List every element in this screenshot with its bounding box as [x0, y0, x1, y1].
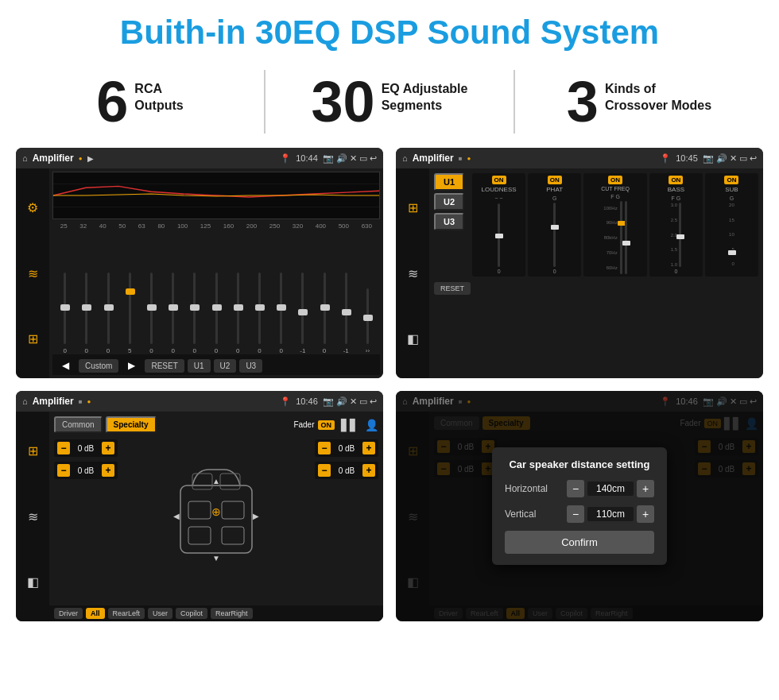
- dialog-title: Car speaker distance setting: [505, 458, 654, 470]
- eq-slider-5: 0: [141, 273, 162, 354]
- cutfreq-on: ON: [608, 176, 622, 184]
- speaker-app-name: Amplifier: [33, 396, 74, 407]
- dialog-vertical-value: 110cm: [587, 507, 634, 521]
- eq-reset-btn[interactable]: RESET: [145, 359, 184, 373]
- loudness-label: LOUDNESS: [482, 186, 517, 193]
- confirm-button[interactable]: Confirm: [505, 531, 654, 554]
- svg-rect-7: [188, 501, 211, 519]
- speaker-dot1: ■: [79, 398, 83, 405]
- eq-graph: [52, 172, 380, 219]
- speaker-sidebar: ⊞ ≋ ◧: [16, 412, 49, 621]
- db-minus-fr[interactable]: −: [318, 442, 331, 454]
- stat-divider-2: [514, 70, 515, 133]
- dialog-horizontal-row: Horizontal − 140cm +: [505, 480, 654, 497]
- stat-rca-label: RCA Outputs: [134, 73, 183, 114]
- stat-divider-1: [264, 70, 265, 133]
- sp-all-btn[interactable]: All: [86, 608, 105, 619]
- db-plus-fr[interactable]: +: [362, 442, 375, 454]
- dialog-horizontal-minus[interactable]: −: [567, 480, 584, 497]
- eq-next-btn[interactable]: ▶: [122, 358, 141, 373]
- eq-screen: ⌂ Amplifier ● ▶ 📍 10:44 📷 🔊 ✕ ▭ ↩ ⚙ ≋ ⊞: [16, 148, 383, 378]
- dialog-vertical-minus[interactable]: −: [567, 505, 584, 523]
- cross-tab-u1[interactable]: U1: [434, 173, 464, 191]
- db-plus-fl[interactable]: +: [102, 442, 114, 454]
- db-minus-rl[interactable]: −: [57, 464, 70, 477]
- svg-text:▶: ▶: [253, 512, 259, 520]
- eq-prev-btn[interactable]: ◀: [56, 358, 76, 373]
- sp-copilot-btn[interactable]: Copilot: [176, 608, 207, 619]
- eq-slider-2: 0: [76, 273, 97, 354]
- eq-slider-10: 0: [249, 273, 270, 354]
- sp-driver-btn[interactable]: Driver: [54, 608, 83, 619]
- db-plus-rr[interactable]: +: [362, 464, 375, 477]
- eq-freq-labels: 253240506380100125160200250320400500630: [52, 222, 380, 230]
- dialog-vertical-plus[interactable]: +: [637, 505, 654, 523]
- cross-dot2: ●: [467, 155, 471, 162]
- sp-icon-1[interactable]: ⊞: [28, 443, 38, 458]
- sp-user-btn[interactable]: User: [148, 608, 172, 619]
- db-minus-rr[interactable]: −: [318, 464, 331, 477]
- db-control-rl: − 0 dB +: [54, 462, 118, 479]
- cross-sidebar: ⊞ ≋ ◧: [396, 168, 429, 378]
- speaker-icons: 📷 🔊 ✕ ▭ ↩: [323, 396, 377, 407]
- eq-u1-btn[interactable]: U1: [188, 359, 211, 373]
- sp-icon-3[interactable]: ◧: [27, 574, 39, 590]
- eq-slider-12: -1: [292, 273, 313, 354]
- cross-tab-u2[interactable]: U2: [434, 193, 464, 211]
- eq-slider-7: 0: [184, 273, 205, 354]
- stats-row: 6 RCA Outputs 30 EQ Adjustable Segments …: [0, 62, 779, 148]
- dialog-horizontal-control: − 140cm +: [567, 480, 654, 497]
- svg-rect-8: [222, 501, 244, 519]
- sp-rearleft-btn[interactable]: RearLeft: [108, 608, 145, 619]
- sp-rearright-btn[interactable]: RearRight: [211, 608, 253, 619]
- stat-crossover-number: 3: [567, 73, 599, 130]
- speaker-home-icon[interactable]: ⌂: [22, 396, 28, 406]
- speaker-pin: 📍: [280, 396, 291, 407]
- eq-u2-btn[interactable]: U2: [214, 359, 237, 373]
- dialog-horizontal-plus[interactable]: +: [637, 480, 654, 497]
- speaker-tab-common[interactable]: Common: [54, 416, 103, 433]
- eq-slider-6: 0: [162, 273, 184, 354]
- cross-tab-u3[interactable]: U3: [434, 213, 464, 230]
- eq-custom-btn[interactable]: Custom: [79, 359, 118, 373]
- cross-app-name: Amplifier: [413, 153, 454, 164]
- cross-icon-2[interactable]: ≋: [408, 266, 418, 281]
- eq-u3-btn[interactable]: U3: [239, 359, 262, 373]
- eq-dots: ●: [79, 155, 83, 162]
- db-value-rl: 0 dB: [72, 466, 99, 475]
- bass-on: ON: [669, 176, 683, 184]
- db-value-fr: 0 dB: [333, 444, 360, 453]
- sp-icon-2[interactable]: ≋: [28, 509, 38, 524]
- cross-reset-btn[interactable]: RESET: [434, 282, 471, 295]
- svg-rect-5: [192, 474, 212, 489]
- eq-icon-3[interactable]: ⊞: [28, 331, 38, 346]
- eq-slider-4: 5: [119, 273, 141, 354]
- cross-home-icon[interactable]: ⌂: [402, 153, 408, 163]
- svg-rect-9: [188, 527, 211, 544]
- eq-icon-1[interactable]: ⚙: [27, 200, 38, 215]
- eq-slider-1: 0: [54, 273, 76, 354]
- eq-pin-icon: 📍: [280, 153, 291, 164]
- db-plus-rl[interactable]: +: [102, 464, 114, 477]
- svg-text:◀: ◀: [173, 512, 180, 520]
- page-title: Buith-in 30EQ DSP Sound System: [0, 0, 779, 62]
- eq-slider-9: 0: [227, 273, 249, 354]
- stat-crossover-label: Kinds of Crossover Modes: [605, 73, 711, 114]
- cross-icon-1[interactable]: ⊞: [408, 200, 418, 215]
- home-icon[interactable]: ⌂: [22, 153, 28, 163]
- dialog-overlay: Car speaker distance setting Horizontal …: [396, 391, 763, 621]
- db-control-rr: − 0 dB +: [315, 462, 378, 479]
- speaker-right-controls: − 0 dB + − 0 dB +: [315, 439, 378, 602]
- db-value-rr: 0 dB: [333, 466, 360, 475]
- cross-pin: 📍: [660, 153, 671, 164]
- speaker-status-bar: ⌂ Amplifier ■ ● 📍 10:46 📷 🔊 ✕ ▭ ↩: [16, 391, 383, 412]
- eq-app-name: Amplifier: [33, 153, 74, 164]
- eq-icon-2[interactable]: ≋: [28, 266, 38, 281]
- cross-icon-3[interactable]: ◧: [407, 331, 419, 346]
- stat-eq-label: EQ Adjustable Segments: [382, 73, 468, 114]
- speaker-tabs-row: Common Specialty Fader ON ▋▋ 👤: [49, 412, 383, 436]
- bass-label: BASS: [668, 186, 684, 193]
- cross-status-bar: ⌂ Amplifier ■ ● 📍 10:45 📷 🔊 ✕ ▭ ↩: [396, 148, 763, 168]
- db-minus-fl[interactable]: −: [57, 442, 70, 454]
- speaker-tab-specialty[interactable]: Specialty: [106, 416, 157, 433]
